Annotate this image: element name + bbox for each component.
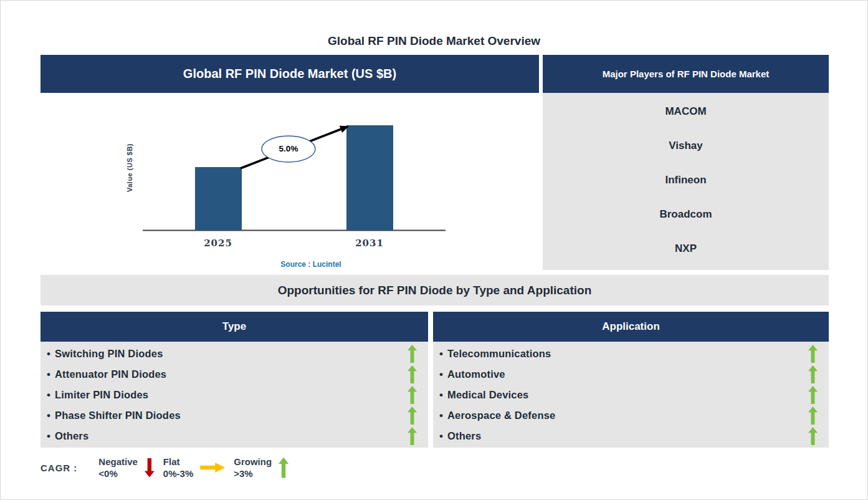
source-attribution: Source : Lucintel	[249, 260, 373, 269]
application-column-header: Application	[433, 312, 829, 342]
growing-trend-up-arrow-icon	[808, 427, 818, 445]
bar-2031	[346, 125, 393, 230]
bullet: •	[47, 389, 50, 401]
list-item: • Limiter PIN Diodes	[47, 385, 417, 405]
list-item-label: Others	[447, 430, 808, 442]
list-item-label: Attenuator PIN Diodes	[55, 368, 408, 380]
negative-trend-down-arrow-icon	[145, 458, 155, 478]
bullet: •	[439, 348, 443, 360]
players-list: MACOM Vishay Infineon Broadcom NXP	[543, 93, 829, 270]
opportunities-banner-label: Opportunities for RF PIN Diode by Type a…	[278, 284, 592, 297]
chart-panel-header-label: Global RF PIN Diode Market (US $B)	[183, 67, 396, 81]
chart-canvas	[41, 93, 539, 273]
legend-item-name: Negative	[98, 456, 138, 467]
type-list: • Switching PIN Diodes • Attenuator PIN …	[41, 342, 428, 448]
list-item: • Telecommunications	[439, 344, 818, 364]
list-item-label: Switching PIN Diodes	[55, 348, 408, 360]
x-tick-2025: 2025	[187, 238, 249, 249]
growing-trend-up-arrow-icon	[408, 345, 417, 363]
cagr-legend-title: CAGR :	[41, 463, 77, 473]
bullet: •	[47, 348, 50, 360]
list-item-label: Telecommunications	[447, 348, 808, 360]
application-column-header-label: Application	[602, 320, 660, 333]
legend-item-flat: Flat 0%-3%	[163, 456, 193, 480]
list-item: • Attenuator PIN Diodes	[47, 364, 417, 385]
growing-trend-up-arrow-icon	[808, 365, 818, 383]
list-item: • Phase Shifter PIN Diodes	[47, 405, 417, 426]
legend-item-name: Flat	[163, 456, 180, 467]
growing-trend-up-arrow-icon	[808, 345, 818, 363]
growing-trend-up-arrow-icon	[408, 386, 417, 404]
type-column-header: Type	[41, 312, 428, 342]
opportunities-banner: Opportunities for RF PIN Diode by Type a…	[41, 275, 829, 305]
y-axis-label: Value (US $B)	[126, 118, 133, 218]
growing-trend-up-arrow-icon	[408, 427, 417, 445]
bullet: •	[47, 430, 50, 443]
infographic-page: Global RF PIN Diode Market Overview Glob…	[0, 0, 868, 500]
legend-item-growing: Growing >3%	[234, 456, 272, 480]
page-title: Global RF PIN Diode Market Overview	[1, 34, 867, 48]
players-panel-header-label: Major Players of RF PIN Diode Market	[603, 69, 770, 79]
list-item-label: Aerospace & Defense	[447, 410, 808, 421]
legend-item-name: Growing	[234, 456, 272, 467]
list-item-label: Phase Shifter PIN Diodes	[55, 410, 408, 421]
list-item-label: Limiter PIN Diodes	[55, 389, 408, 401]
player-name: Vishay	[543, 140, 829, 152]
bullet: •	[439, 368, 443, 381]
cagr-legend: CAGR : Negative <0% Flat 0%-3% Growing >…	[41, 451, 439, 484]
bullet: •	[439, 389, 443, 401]
application-list: • Telecommunications • Automotive • Medi…	[433, 342, 829, 448]
growing-trend-up-arrow-icon	[279, 458, 289, 478]
bullet: •	[439, 410, 443, 422]
players-panel-header: Major Players of RF PIN Diode Market	[543, 55, 829, 93]
growing-trend-up-arrow-icon	[808, 406, 818, 425]
list-item: • Aerospace & Defense	[439, 405, 818, 426]
growing-trend-up-arrow-icon	[408, 406, 417, 425]
list-item: • Switching PIN Diodes	[47, 344, 417, 364]
player-name: Broadcom	[543, 208, 829, 221]
list-item: • Others	[439, 426, 818, 446]
market-bar-chart: Value (US $B) 2025 2031 5.0% Source : Lu…	[41, 93, 539, 273]
player-name: Infineon	[543, 174, 829, 186]
player-name: MACOM	[543, 105, 829, 118]
bullet: •	[47, 368, 50, 381]
growing-trend-up-arrow-icon	[808, 386, 818, 404]
legend-item-negative: Negative <0%	[98, 456, 138, 480]
flat-trend-right-arrow-icon	[200, 463, 225, 473]
growing-trend-up-arrow-icon	[408, 365, 417, 383]
legend-item-range: 0%-3%	[163, 468, 193, 479]
list-item: • Medical Devices	[439, 385, 818, 405]
list-item: • Others	[47, 426, 417, 446]
list-item-label: Automotive	[447, 368, 808, 380]
cagr-value-label: 5.0%	[257, 144, 320, 153]
legend-item-range: <0%	[98, 468, 117, 479]
list-item-label: Others	[55, 430, 408, 442]
bar-2025	[195, 167, 242, 230]
player-name: NXP	[543, 243, 829, 255]
chart-panel-header: Global RF PIN Diode Market (US $B)	[41, 55, 539, 93]
bullet: •	[47, 410, 50, 422]
x-tick-2031: 2031	[338, 238, 401, 249]
list-item: • Automotive	[439, 364, 818, 385]
bullet: •	[439, 430, 443, 443]
legend-item-range: >3%	[234, 468, 252, 479]
list-item-label: Medical Devices	[447, 389, 808, 401]
type-column-header-label: Type	[222, 320, 246, 333]
